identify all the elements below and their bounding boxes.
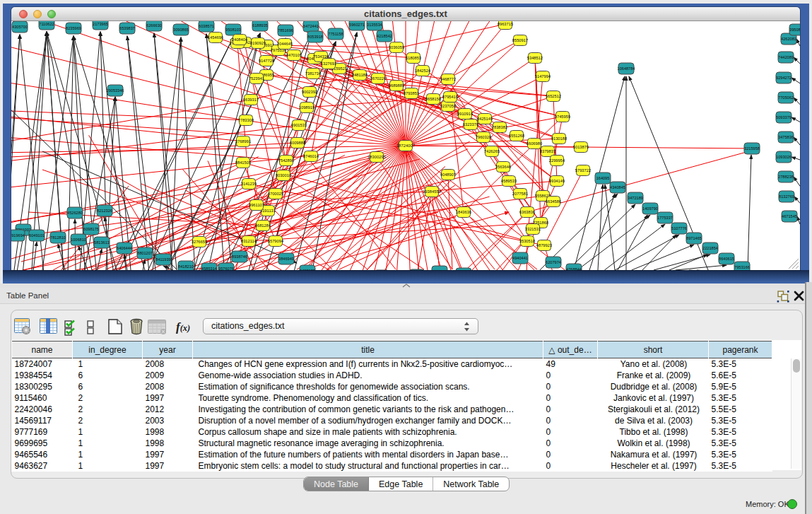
svg-text:1327691: 1327691 (321, 62, 337, 66)
svg-text:6049101: 6049101 (29, 233, 45, 238)
svg-text:8190929: 8190929 (250, 41, 266, 45)
svg-text:3237058: 3237058 (440, 104, 457, 108)
svg-text:4585314: 4585314 (201, 267, 217, 270)
svg-text:8425149: 8425149 (477, 117, 493, 121)
svg-text:8963715: 8963715 (498, 22, 514, 26)
svg-text:8640615: 8640615 (719, 257, 734, 261)
svg-text:9468772: 9468772 (440, 77, 457, 81)
svg-text:6406444: 6406444 (117, 246, 132, 250)
svg-text:8132769: 8132769 (779, 194, 794, 199)
svg-text:4768844: 4768844 (566, 267, 582, 270)
svg-text:3919694: 3919694 (11, 233, 25, 238)
svg-text:1842524: 1842524 (415, 69, 431, 73)
svg-text:6623525: 6623525 (432, 269, 447, 270)
svg-text:3472189: 3472189 (628, 196, 643, 200)
svg-text:7960328: 7960328 (476, 135, 492, 139)
svg-text:2408404: 2408404 (232, 37, 248, 42)
svg-text:8053918: 8053918 (307, 35, 323, 39)
svg-text:5606980: 5606980 (526, 141, 543, 146)
svg-text:4700025: 4700025 (268, 192, 284, 196)
svg-text:3563646: 3563646 (495, 165, 512, 169)
svg-text:4048907: 4048907 (440, 173, 457, 177)
svg-text:1006810: 1006810 (71, 238, 86, 242)
svg-text:2044645: 2044645 (277, 42, 293, 46)
svg-text:3036059: 3036059 (389, 45, 405, 49)
svg-text:4218542: 4218542 (377, 34, 392, 38)
svg-text:2788238: 2788238 (778, 175, 794, 179)
svg-text:6363836: 6363836 (519, 210, 536, 214)
svg-text:5960271: 5960271 (349, 23, 365, 27)
svg-text:6539837: 6539837 (119, 26, 135, 30)
svg-text:3530518: 3530518 (519, 239, 536, 243)
svg-text:1843636: 1843636 (456, 210, 472, 214)
svg-text:6323376: 6323376 (463, 122, 479, 127)
svg-text:8312114: 8312114 (241, 239, 257, 243)
svg-text:2077581: 2077581 (512, 192, 529, 196)
svg-text:8971465: 8971465 (686, 236, 702, 240)
svg-text:1409790: 1409790 (642, 206, 658, 211)
svg-text:164095: 164095 (596, 176, 610, 180)
svg-text:5579094: 5579094 (268, 239, 284, 243)
svg-text:3670226: 3670226 (370, 76, 387, 81)
svg-text:5180853: 5180853 (406, 56, 422, 60)
svg-text:4340845: 4340845 (610, 185, 625, 189)
svg-text:6472441: 6472441 (303, 24, 319, 28)
svg-text:7953166: 7953166 (734, 265, 750, 269)
svg-text:7705062: 7705062 (778, 95, 794, 100)
svg-text:7542890: 7542890 (278, 158, 295, 163)
svg-text:9508103: 9508103 (225, 28, 241, 32)
svg-text:7381734: 7381734 (305, 71, 322, 76)
svg-text:7523941: 7523941 (249, 76, 265, 81)
svg-text:8746014: 8746014 (303, 154, 319, 158)
svg-text:6901533: 6901533 (291, 123, 307, 127)
svg-text:7783308: 7783308 (238, 118, 254, 122)
svg-text:9961107: 9961107 (249, 203, 264, 207)
svg-text:4681284: 4681284 (255, 223, 271, 228)
svg-text:19384554: 19384554 (423, 189, 442, 194)
svg-text:8481188: 8481188 (352, 73, 367, 77)
svg-text:4934149: 4934149 (549, 179, 565, 183)
svg-text:18724007: 18724007 (396, 144, 415, 148)
svg-text:8411939: 8411939 (155, 257, 170, 262)
svg-text:7851696: 7851696 (278, 28, 293, 33)
svg-text:9147720: 9147720 (259, 59, 275, 63)
svg-text:18300295: 18300295 (367, 155, 386, 159)
svg-text:8801207: 8801207 (137, 251, 153, 255)
svg-text:4589533: 4589533 (501, 179, 517, 183)
svg-text:6266630: 6266630 (146, 23, 162, 28)
svg-text:7812810: 7812810 (50, 235, 66, 240)
svg-text:1093026: 1093026 (776, 155, 792, 159)
svg-text:6207974: 6207974 (546, 260, 561, 264)
svg-text:4671545: 4671545 (782, 214, 797, 218)
svg-text:8212326: 8212326 (97, 209, 112, 213)
svg-text:7442089: 7442089 (778, 55, 794, 59)
svg-text:4305700: 4305700 (12, 25, 28, 29)
svg-text:29053346: 29053346 (107, 88, 124, 93)
svg-text:3475836: 3475836 (778, 135, 794, 139)
svg-text:9745959: 9745959 (555, 115, 571, 119)
svg-text:7838382: 7838382 (492, 125, 508, 129)
svg-text:1454696: 1454696 (208, 35, 224, 40)
svg-text:5652512: 5652512 (546, 94, 562, 98)
svg-text:3215958: 3215958 (744, 146, 760, 151)
svg-text:3135534: 3135534 (367, 23, 382, 27)
svg-text:2299954: 2299954 (549, 158, 565, 163)
svg-text:7426265: 7426265 (484, 149, 500, 153)
svg-text:8550917: 8550917 (512, 38, 529, 42)
svg-text:6639317: 6639317 (243, 98, 259, 102)
svg-text:8658158: 8658158 (425, 97, 442, 101)
svg-text:8938746: 8938746 (232, 255, 247, 259)
svg-text:8418210: 8418210 (178, 264, 194, 269)
svg-text:5093379: 5093379 (776, 115, 792, 119)
svg-text:5147994: 5147994 (535, 74, 551, 78)
svg-text:8379837: 8379837 (540, 149, 556, 153)
svg-text:9576076: 9576076 (218, 267, 234, 270)
svg-text:5793722: 5793722 (575, 168, 592, 173)
svg-text:9130188: 9130188 (551, 136, 567, 141)
svg-text:2422633: 2422633 (300, 269, 315, 270)
svg-text:7751158: 7751158 (328, 32, 343, 36)
svg-text:6188935: 6188935 (252, 23, 268, 28)
svg-text:4879923: 4879923 (536, 243, 553, 247)
svg-text:8795419: 8795419 (442, 95, 459, 99)
svg-text:3950888: 3950888 (789, 28, 800, 32)
